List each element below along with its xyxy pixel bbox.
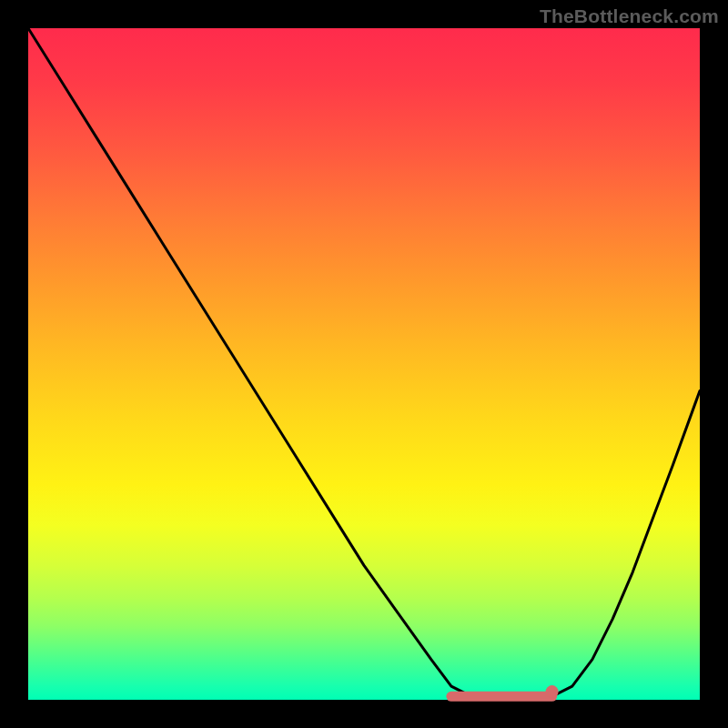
chart-frame: TheBottleneck.com <box>0 0 728 728</box>
bottleneck-curve <box>28 28 700 700</box>
curve-svg <box>28 28 700 700</box>
bottleneck-curve-group <box>28 28 700 700</box>
curve-marker <box>546 685 559 698</box>
plot-area <box>28 28 700 700</box>
watermark-label: TheBottleneck.com <box>540 5 719 27</box>
